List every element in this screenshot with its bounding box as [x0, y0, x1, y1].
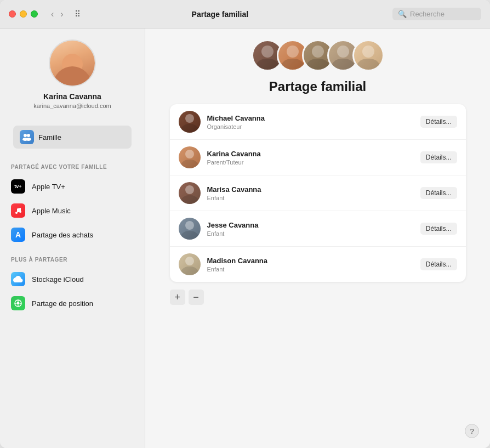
details-button-1[interactable]: Détails... [420, 151, 457, 163]
member-avatar-4 [179, 253, 201, 275]
main-content: Karina Cavanna karina_cavanna@icloud.com… [0, 29, 490, 448]
member-role-0: Organisateur [207, 123, 414, 130]
members-list: Michael Cavanna Organisateur Détails... … [170, 104, 466, 282]
table-row: Karina Cavanna Parent/Tuteur Détails... [170, 140, 466, 175]
svg-point-1 [27, 134, 30, 137]
help-button[interactable]: ? [465, 424, 479, 438]
appletv-icon: tv+ [11, 179, 25, 194]
member-info-4: Madison Cavanna Enfant [207, 257, 414, 273]
details-button-2[interactable]: Détails... [420, 187, 457, 199]
content-area: Partage familial Michael Cavanna Organis… [145, 29, 490, 448]
profile-email: karina_cavanna@icloud.com [33, 103, 111, 109]
search-box: 🔍 [392, 8, 481, 20]
member-avatar-0 [179, 111, 201, 133]
search-input[interactable] [410, 10, 476, 18]
page-title: Partage familial [269, 79, 366, 94]
sidebar-item-music[interactable]: Apple Music [0, 199, 145, 223]
member-info-3: Jesse Cavanna Enfant [207, 221, 414, 237]
icloud-icon [11, 272, 25, 286]
svg-point-0 [24, 134, 27, 137]
purchases-label: Partage des achats [32, 231, 93, 239]
music-icon [11, 203, 25, 218]
sidebar-item-appletv[interactable]: tv+ Apple TV+ [0, 174, 145, 199]
icloud-label: Stockage iCloud [32, 275, 84, 283]
table-row: Michael Cavanna Organisateur Détails... [170, 104, 466, 140]
music-label: Apple Music [32, 207, 71, 215]
location-label: Partage de position [32, 299, 93, 308]
famille-label: Famille [38, 133, 61, 141]
member-info-1: Karina Cavanna Parent/Tuteur [207, 150, 414, 166]
member-avatar-1 [179, 146, 201, 168]
shared-section-header: PARTAGÉ AVEC VOTRE FAMILLE [0, 154, 145, 174]
search-icon: 🔍 [398, 10, 407, 18]
table-row: Madison Cavanna Enfant Détails... [170, 247, 466, 282]
famille-button[interactable]: Famille [13, 126, 132, 149]
window-title: Partage familial [54, 10, 386, 19]
content-wrapper: Partage familial Michael Cavanna Organis… [145, 29, 490, 448]
appletv-label: Apple TV+ [32, 183, 65, 191]
sidebar-item-purchases[interactable]: A Partage des achats [0, 223, 145, 247]
member-avatar-3 [179, 218, 201, 240]
table-row: Marisa Cavanna Enfant Détails... [170, 175, 466, 211]
member-role-3: Enfant [207, 230, 414, 237]
sidebar: Karina Cavanna karina_cavanna@icloud.com… [0, 29, 145, 448]
traffic-lights [9, 10, 38, 18]
main-window: ‹ › ⠿ Partage familial 🔍 Karina Cavanna … [0, 0, 490, 448]
titlebar: ‹ › ⠿ Partage familial 🔍 [0, 0, 490, 29]
svg-point-5 [19, 211, 21, 213]
purchases-icon: A [11, 228, 25, 242]
profile-name: Karina Cavanna [43, 92, 101, 101]
member-role-4: Enfant [207, 266, 414, 273]
family-avatar-5 [352, 39, 384, 71]
sidebar-item-location[interactable]: Partage de position [0, 291, 145, 315]
famille-section: Famille [0, 120, 145, 154]
sidebar-profile: Karina Cavanna karina_cavanna@icloud.com [0, 39, 145, 120]
minimize-button[interactable] [20, 10, 27, 18]
sidebar-item-icloud[interactable]: Stockage iCloud [0, 267, 145, 291]
member-name-1: Karina Cavanna [207, 150, 414, 158]
svg-point-4 [15, 212, 18, 214]
member-name-4: Madison Cavanna [207, 257, 414, 265]
svg-point-3 [26, 138, 31, 141]
svg-point-7 [17, 302, 20, 305]
member-avatar-2 [179, 182, 201, 204]
details-button-0[interactable]: Détails... [420, 116, 457, 128]
member-name-0: Michael Cavanna [207, 114, 414, 122]
add-member-button[interactable]: + [170, 290, 185, 305]
details-button-4[interactable]: Détails... [420, 258, 457, 270]
member-name-2: Marisa Cavanna [207, 185, 414, 194]
remove-member-button[interactable]: − [189, 290, 204, 305]
maximize-button[interactable] [31, 10, 38, 18]
avatar [49, 39, 96, 87]
member-role-1: Parent/Tuteur [207, 159, 414, 166]
member-info-2: Marisa Cavanna Enfant [207, 185, 414, 201]
member-role-2: Enfant [207, 195, 414, 201]
table-row: Jesse Cavanna Enfant Détails... [170, 211, 466, 247]
family-avatars [252, 39, 384, 71]
details-button-3[interactable]: Détails... [420, 223, 457, 235]
more-section-header: PLUS À PARTAGER [0, 247, 145, 267]
close-button[interactable] [9, 10, 16, 18]
bottom-controls: + − [170, 290, 204, 305]
member-name-3: Jesse Cavanna [207, 221, 414, 229]
member-info-0: Michael Cavanna Organisateur [207, 114, 414, 130]
famille-icon [20, 130, 34, 144]
location-icon [11, 296, 25, 310]
